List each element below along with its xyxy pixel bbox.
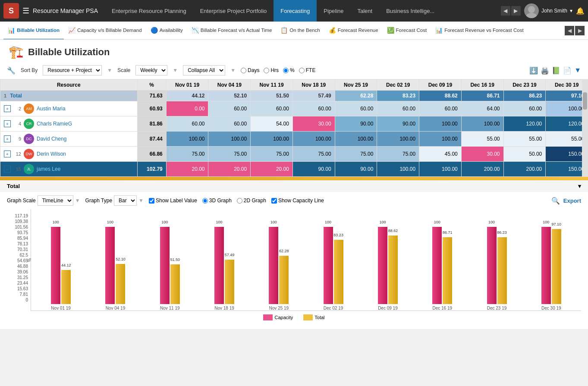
scale-select[interactable]: Weekly [135,65,167,75]
subnav-icon-5: 💰 [329,27,336,34]
col-nov01: Nov 01 19 [166,80,208,91]
show-label-checkbox[interactable]: Show Label Value [149,198,197,204]
nav-item-bi[interactable]: Business Intellige... [379,0,441,22]
download-icon[interactable]: ⬇️ [529,66,538,75]
radio-pct[interactable]: % [283,67,295,73]
zoom-icon[interactable]: 🔍 [551,197,560,205]
col-pct: % [137,80,166,91]
bell-icon[interactable]: 🔔 [576,7,585,15]
graph-2d-label: 2D Graph [244,198,266,204]
subnav-icon-6: 💹 [387,27,394,34]
value-cell: 30.00 [292,116,335,132]
scrollbar-thumb[interactable] [583,92,587,110]
bar-group: 10083.23 [307,227,359,304]
total-collapse-icon[interactable]: ▾ [578,183,581,189]
value-cell: 86.71 [461,91,503,101]
y-label-15: 0 [25,298,28,302]
value-cell: 50.00 [503,147,546,162]
bar-group: 10052.10 [89,227,141,304]
subnav-forecast-cost[interactable]: 💹 Forecast Cost [383,22,431,40]
radio-fte[interactable]: FTE [299,67,316,73]
nav-item-erp[interactable]: Enterprise Resource Planning [105,0,193,22]
y-label-8: 54.69 [17,258,28,263]
resource-avatar: AM [24,104,34,114]
col-dec23: Dec 23 19 [503,80,546,91]
subnav-prev[interactable]: ◀ [565,26,574,35]
subnav-bench[interactable]: 📋 On the Bench [276,22,324,40]
value-cell: 64.00 [461,101,503,116]
expand-btn[interactable]: + [4,105,11,112]
subnav-forecast-revenue[interactable]: 💰 Forecast Revenue [324,22,383,40]
subnav-capacity[interactable]: 📈 Capacity v/s Billable Demand [64,22,146,40]
graph-2d-radio[interactable]: 2D Graph [237,198,266,204]
legend-label-capacity: Capacity [274,315,293,320]
subnav-rev-vs-cost[interactable]: 📊 Forecast Revenue vs Forecast Cost [431,22,528,40]
value-cell: 60.00 [377,101,419,116]
excel-icon[interactable]: 📗 [552,66,560,75]
graph-scale-select[interactable]: TimeLine [38,195,73,206]
graph-3d-radio[interactable]: 3D Graph [202,198,232,204]
resource-name[interactable]: David Cheng [37,136,66,142]
resource-name[interactable]: Charls RamieG [37,121,72,127]
radio-days[interactable]: Days [241,67,259,73]
radio-days-input[interactable] [241,68,246,73]
subnav-availability[interactable]: 🔵 Availability [146,22,187,40]
value-cell: 88.62 [419,91,462,101]
radio-fte-input[interactable] [299,68,305,73]
value-cell: 30.00 [461,147,503,162]
bar-group: 10086.71 [416,227,469,304]
graph-2d-input[interactable] [237,198,242,204]
value-cell: 75.00 [251,147,293,162]
sort-by-select[interactable]: Resource + Project [43,65,102,75]
show-capacity-checkbox[interactable]: Show Capacity Line [271,198,324,204]
filter-icon[interactable]: ▼ [574,66,581,75]
legend-capacity: Capacity [263,314,293,320]
value-cell: 75.00 [335,147,377,162]
resource-name[interactable]: james Lee [37,166,60,172]
x-label: Nov 01 19 [35,306,87,311]
nav-item-epp[interactable]: Enterprise Project Portfolio [193,0,274,22]
radio-pct-input[interactable] [283,68,289,73]
resource-name[interactable]: Derin Wilson [37,151,66,157]
graph-3d-input[interactable] [202,198,208,204]
value-cell: 57.49 [292,91,335,101]
expand-btn[interactable]: + [4,120,11,127]
radio-hrs[interactable]: Hrs [264,67,279,73]
pdf-icon[interactable]: 📄 [563,66,572,75]
nav-next-arrow[interactable]: ▶ [511,6,521,16]
row-num: 4 [13,121,21,126]
nav-item-pipeline[interactable]: Pipeline [317,0,350,22]
nav-user[interactable]: John Smith ▾ [524,3,572,18]
value-cell: 100.00 [166,132,208,147]
print-icon[interactable]: 🖨️ [541,66,549,75]
value-cell: 60.00 [166,116,208,132]
nav-item-talent[interactable]: Talent [351,0,380,22]
nav-item-forecasting[interactable]: Forecasting [274,0,317,22]
show-label-input[interactable] [149,198,154,204]
expand-btn[interactable]: + [4,166,11,173]
resource-avatar: JL [24,164,34,174]
subnav-billable-utilization[interactable]: 📊 Billable Utilization [3,22,64,40]
user-name: John Smith [541,8,567,14]
y-label-11: 31.25 [17,275,28,280]
bar-group: 10088.62 [362,227,414,304]
expand-btn[interactable]: + [4,151,11,157]
expand-btn[interactable]: + [4,135,11,142]
value-cell: 20.00 [208,162,251,177]
export-button[interactable]: Export [563,198,581,204]
subnav-billable-forecast[interactable]: 📉 Billable Forecast v/s Actual Time [187,22,277,40]
total-bar: 44.12 [61,270,71,304]
hamburger-icon[interactable]: ☰ [22,6,29,16]
resource-name[interactable]: Austin Maria [37,106,66,112]
value-cell: 100.00 [419,162,462,177]
graph-type-select[interactable]: Bar [114,195,137,206]
total-bar: 51.50 [170,264,180,304]
show-capacity-input[interactable] [271,198,277,204]
value-cell: 55.00 [503,132,546,147]
top-nav: S ☰ Resource Manager PSA Enterprise Reso… [0,0,588,22]
subnav-next[interactable]: ▶ [575,26,585,35]
nav-prev-arrow[interactable]: ◀ [501,6,510,16]
row-num: 12 [13,151,21,157]
collapse-all-select[interactable]: Collapse All [183,65,225,75]
radio-hrs-input[interactable] [264,68,269,73]
